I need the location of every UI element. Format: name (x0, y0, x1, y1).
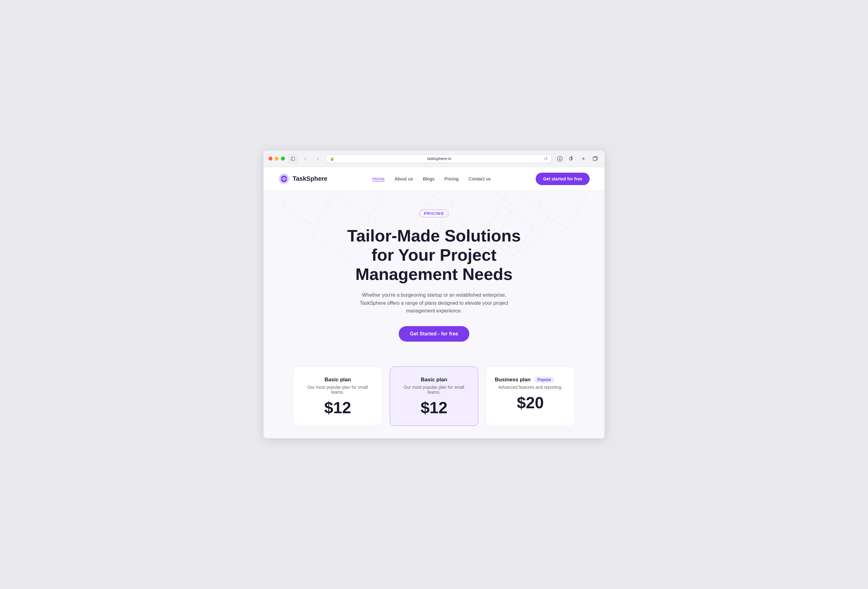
business-plan-desc: Advanced features and reporting. (495, 385, 566, 390)
sidebar-toggle-button[interactable] (289, 154, 297, 163)
browser-right-actions (555, 154, 599, 163)
popular-badge: Popular (534, 376, 555, 383)
nav-link-blogs[interactable]: Blogs (423, 176, 435, 182)
maximize-button[interactable] (281, 156, 285, 161)
logo-icon (278, 173, 289, 185)
website-content: TaskSphere Home About us Blogs Pricing C… (264, 167, 604, 438)
download-button[interactable] (555, 154, 564, 163)
pricing-cards-section: Basic plan Our most popular plan for sma… (278, 354, 590, 426)
logo-text: TaskSphere (293, 175, 327, 182)
pricing-card-basic-left: Basic plan Our most popular plan for sma… (293, 366, 382, 426)
pricing-badge: PRICING (419, 210, 449, 217)
basic-center-plan-desc: Our most popular plan for small teams. (399, 385, 469, 395)
browser-chrome: ‹ › 🔒 tasksphere.io ↺ (264, 151, 604, 167)
svg-rect-8 (593, 157, 596, 161)
lock-icon: 🔒 (330, 156, 335, 161)
logo[interactable]: TaskSphere (278, 173, 327, 185)
pricing-card-business: Business plan Popular Advanced features … (486, 366, 575, 426)
navbar: TaskSphere Home About us Blogs Pricing C… (264, 167, 604, 191)
business-price: $20 (495, 395, 566, 411)
minimize-button[interactable] (275, 156, 279, 161)
close-button[interactable] (269, 156, 273, 161)
pricing-card-basic-center: Basic plan Our most popular plan for sma… (390, 366, 479, 426)
hero-subtitle: Whether you're a burgeoning startup or a… (353, 291, 515, 315)
url-text: tasksphere.io (337, 156, 542, 161)
hex-deco-1 (282, 191, 332, 226)
basic-center-price: $12 (399, 400, 469, 416)
get-started-nav-button[interactable]: Get started for free (536, 173, 590, 185)
refresh-button[interactable]: ↺ (544, 156, 548, 161)
nav-link-home[interactable]: Home (372, 176, 385, 182)
browser-window: ‹ › 🔒 tasksphere.io ↺ (264, 151, 604, 438)
svg-rect-0 (291, 157, 295, 161)
traffic-lights (269, 156, 285, 161)
address-bar[interactable]: 🔒 tasksphere.io ↺ (326, 154, 552, 163)
nav-link-about[interactable]: About us (395, 176, 413, 182)
share-button[interactable] (567, 154, 576, 163)
hero-title: Tailor-Made Solutions for Your Project M… (341, 226, 527, 283)
basic-center-plan-name: Basic plan (399, 376, 469, 383)
business-header: Business plan Popular (495, 376, 566, 383)
basic-left-price: $12 (302, 400, 373, 416)
nav-link-pricing[interactable]: Pricing (444, 176, 459, 182)
new-tab-button[interactable] (579, 154, 588, 163)
nav-links: Home About us Blogs Pricing Contact us (372, 176, 491, 182)
svg-point-12 (283, 178, 285, 180)
back-button[interactable]: ‹ (301, 154, 310, 163)
basic-left-plan-name: Basic plan (302, 376, 373, 383)
hero-section: PRICING Tailor-Made Solutions for Your P… (264, 191, 604, 438)
windows-button[interactable] (591, 154, 599, 163)
hero-cta-button[interactable]: Get Started - for free (399, 326, 469, 342)
basic-left-plan-desc: Our most popular plan for small teams. (302, 385, 373, 395)
nav-link-contact[interactable]: Contact us (468, 176, 491, 182)
business-plan-name: Business plan (495, 376, 530, 383)
forward-button[interactable]: › (313, 154, 322, 163)
hex-deco-8 (536, 191, 586, 229)
